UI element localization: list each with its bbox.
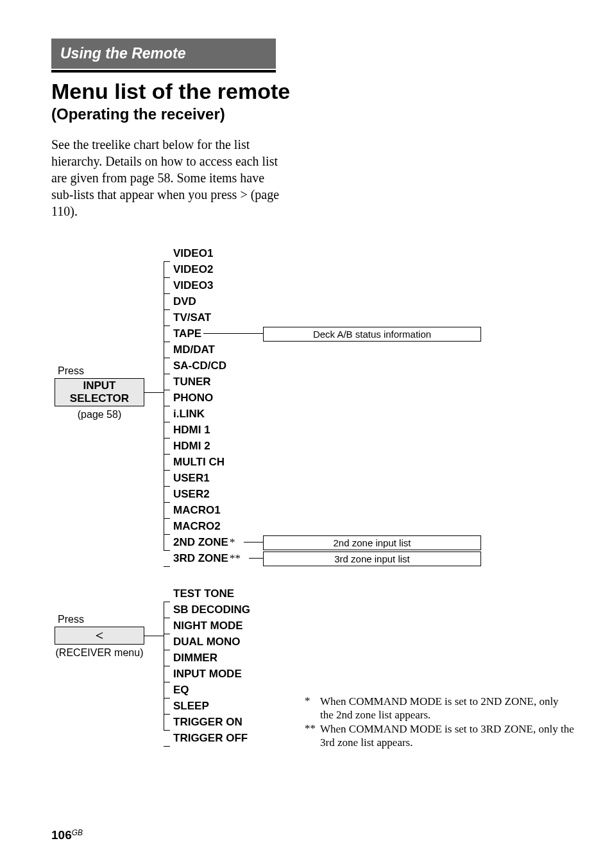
connector-line [203, 333, 263, 334]
tree-item-label: TEST TONE [173, 586, 234, 602]
tree-item: MULTI CH [164, 454, 241, 470]
tree-item-label: EQ [173, 682, 189, 698]
tree-item: MACRO2 [164, 518, 241, 534]
tree-item: HDMI 2 [164, 438, 241, 454]
menu-tree-chart: Press INPUT SELECTOR (page 58) VIDEO1VID… [51, 245, 561, 707]
tree-item-label: 2ND ZONE [173, 534, 228, 550]
tree-item: SA-CD/CD [164, 358, 241, 374]
tree-item: DUAL MONO [164, 634, 250, 650]
tree-item-label: DUAL MONO [173, 634, 241, 650]
tree-item: SB DECODING [164, 602, 250, 618]
connector-line [144, 636, 164, 636]
tree-item-label: VIDEO2 [173, 261, 213, 277]
tree-item: MACRO1 [164, 502, 241, 518]
page-subtitle: (Operating the receiver) [51, 105, 561, 123]
tree-item: NIGHT MODE [164, 618, 250, 634]
tree-item: EQ [164, 682, 250, 698]
tree-item: SLEEP [164, 698, 250, 714]
tree-item-label: MD/DAT [173, 342, 215, 358]
tree-item: VIDEO2 [164, 261, 241, 277]
input-selector-line2: SELECTOR [70, 392, 129, 405]
footnote-mark-2: ** [305, 722, 320, 750]
tree-item-label: NIGHT MODE [173, 618, 243, 634]
tree-item-label: TV/SAT [173, 309, 211, 326]
page-title: Menu list of the remote [51, 79, 561, 104]
tree-item-label: TRIGGER OFF [173, 730, 248, 746]
tree-item-label: VIDEO3 [173, 277, 213, 293]
tree-item: TEST TONE [164, 586, 250, 602]
input-selector-list: VIDEO1VIDEO2VIDEO3DVDTV/SATTAPEMD/DATSA-… [164, 245, 241, 566]
tree-item: VIDEO3 [164, 277, 241, 293]
footnotes: * When COMMAND MODE is set to 2ND ZONE, … [305, 695, 574, 749]
receiver-menu-list: TEST TONESB DECODINGNIGHT MODEDUAL MONOD… [164, 586, 250, 746]
tree-item: DIMMER [164, 650, 250, 666]
tree-item: TUNER [164, 374, 241, 390]
tree-item: TRIGGER OFF [164, 730, 250, 746]
tree-item: i.LINK [164, 406, 241, 422]
tree-item-label: SLEEP [173, 698, 209, 714]
connector-line [144, 392, 164, 393]
tree-item: TV/SAT [164, 309, 241, 326]
tree-item: 3RD ZONE** [164, 550, 241, 566]
input-selector-button[interactable]: INPUT SELECTOR [55, 378, 144, 406]
intro-paragraph: See the treelike chart below for the lis… [51, 136, 289, 220]
chevron-left-icon: < [96, 627, 104, 644]
page-number-region: GB [72, 828, 83, 837]
tree-item-label: SA-CD/CD [173, 358, 226, 374]
tree-item-label: SB DECODING [173, 602, 250, 618]
tree-item-label: TUNER [173, 374, 211, 390]
tree-item-label: HDMI 1 [173, 422, 210, 438]
page-number-value: 106 [51, 828, 72, 842]
receiver-menu-button[interactable]: < [55, 627, 144, 645]
footnote-text-1: When COMMAND MODE is set to 2ND ZONE, on… [320, 695, 574, 722]
tree-item-label: MACRO2 [173, 518, 221, 534]
section-header: Using the Remote [51, 39, 276, 69]
tree-item: TRIGGER ON [164, 714, 250, 730]
zone2-stub: 2nd zone input list [263, 535, 481, 550]
tree-item-label: MULTI CH [173, 454, 225, 470]
tree-item-label: DVD [173, 293, 196, 309]
tree-item-label: MACRO1 [173, 502, 221, 518]
press-label-1: Press [58, 365, 84, 377]
tree-item-mark: ** [230, 550, 241, 566]
divider [51, 70, 276, 73]
tree-item: INPUT MODE [164, 666, 250, 682]
tree-item: 2ND ZONE* [164, 534, 241, 550]
tree-item: USER1 [164, 470, 241, 486]
footnote-mark-1: * [305, 695, 320, 722]
page-ref-1: (page 58) [55, 409, 144, 421]
tree-item-label: TAPE [173, 326, 201, 342]
page-ref-2: (RECEIVER menu) [55, 647, 144, 659]
tree-item-label: DIMMER [173, 650, 217, 666]
tree-item-mark: * [230, 534, 235, 550]
tree-item-label: PHONO [173, 390, 213, 406]
connector-line [244, 542, 263, 542]
tree-item-label: USER1 [173, 470, 210, 486]
tree-item: HDMI 1 [164, 422, 241, 438]
tree-item: VIDEO1 [164, 245, 241, 261]
tree-item-label: HDMI 2 [173, 438, 210, 454]
tape-stub: Deck A/B status information [263, 327, 481, 342]
zone3-stub: 3rd zone input list [263, 551, 481, 566]
tree-item: PHONO [164, 390, 241, 406]
tree-item-label: INPUT MODE [173, 666, 242, 682]
footnote-text-2: When COMMAND MODE is set to 3RD ZONE, on… [320, 722, 574, 750]
tree-item-label: 3RD ZONE [173, 550, 228, 566]
input-selector-line1: INPUT [70, 379, 129, 392]
tree-item: USER2 [164, 486, 241, 502]
tree-item-label: i.LINK [173, 406, 205, 422]
tree-item-label: TRIGGER ON [173, 714, 242, 730]
tree-item: MD/DAT [164, 342, 241, 358]
tree-item-label: USER2 [173, 486, 210, 502]
tree-item: DVD [164, 293, 241, 309]
page-number: 106GB [51, 828, 83, 842]
tree-item-label: VIDEO1 [173, 245, 213, 261]
press-label-2: Press [58, 614, 84, 625]
connector-line [249, 558, 263, 559]
